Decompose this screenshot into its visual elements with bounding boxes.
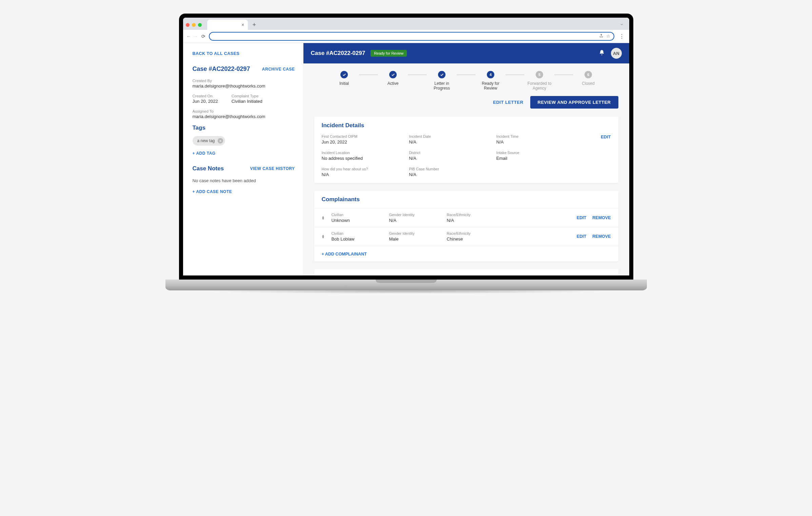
- edit-incident-button[interactable]: EDIT: [584, 134, 611, 139]
- close-tab-icon[interactable]: ×: [241, 22, 244, 27]
- assigned-to-label: Assigned To: [193, 109, 295, 113]
- bookmark-star-icon[interactable]: ☆: [606, 34, 610, 39]
- complainant-row: ▲▼ Civilian Bob Loblaw Gender Identity: [314, 227, 618, 246]
- notifications-icon[interactable]: [599, 50, 605, 57]
- browser-toolbar: ← → ⟳ ☆ ⋮: [183, 30, 629, 43]
- step-label: Letter in Progress: [427, 81, 457, 91]
- pib-value: N/A: [409, 172, 490, 177]
- incident-date-value: N/A: [409, 139, 490, 145]
- expand-handle-icon[interactable]: ▲▼: [322, 216, 325, 220]
- browser-window: × + ← → ⟳: [183, 18, 629, 275]
- tag-remove-icon[interactable]: ✕: [218, 138, 223, 144]
- created-on-label: Created On: [193, 94, 218, 98]
- maximize-window-icon[interactable]: [198, 23, 202, 27]
- complainant-name-value: Bob Loblaw: [331, 236, 379, 242]
- minimize-window-icon[interactable]: [192, 23, 196, 27]
- step-connector: [554, 75, 573, 75]
- step-connector: [408, 75, 427, 75]
- step-circle-current: 4: [487, 71, 494, 78]
- case-header: Case #AC2022-0297 Ready for Review AN: [303, 43, 629, 63]
- first-contacted-label: First Contacted OIPM: [322, 134, 402, 138]
- back-to-cases-link[interactable]: BACK TO ALL CASES: [193, 51, 295, 56]
- gender-label: Gender Identity: [389, 213, 436, 217]
- step-connector: [359, 75, 378, 75]
- add-complainant-button[interactable]: + ADD COMPLAINANT: [322, 252, 367, 256]
- reload-icon[interactable]: ⟳: [201, 34, 205, 39]
- tab-bar: × +: [183, 18, 629, 30]
- status-badge: Ready for Review: [371, 50, 407, 57]
- sidebar-case-title: Case #AC2022-0297: [193, 65, 250, 73]
- remove-complainant-button[interactable]: REMOVE: [592, 234, 611, 239]
- incident-details-card: Incident Details First Contacted OIPM Ju…: [314, 117, 618, 183]
- share-icon[interactable]: [599, 34, 603, 39]
- district-value: N/A: [409, 156, 490, 161]
- browser-menu-icon[interactable]: ⋮: [618, 33, 626, 40]
- complainant-name-value: Unknown: [331, 218, 379, 223]
- laptop-base: [165, 280, 647, 290]
- step-circle-pending: 6: [585, 71, 592, 78]
- complainants-card: Complainants ▲▼ Civilian Unknown: [314, 191, 618, 262]
- tag-label: a new tag: [197, 138, 215, 143]
- witnesses-header: Witnesses: [314, 269, 618, 275]
- step-forwarded: 5 Forwarded to Agency: [524, 71, 554, 91]
- main-panel: Case #AC2022-0297 Ready for Review AN: [303, 43, 629, 275]
- witnesses-card: Witnesses: [314, 269, 618, 275]
- forward-icon[interactable]: →: [193, 34, 198, 39]
- archive-case-button[interactable]: ARCHIVE CASE: [262, 67, 295, 72]
- complaint-type-value: Civilian Initiated: [232, 99, 262, 104]
- edit-complainant-button[interactable]: EDIT: [577, 234, 586, 239]
- first-contacted-value: Jun 20, 2022: [322, 139, 402, 145]
- tag-chip: a new tag ✕: [193, 136, 225, 146]
- window-controls: [186, 23, 202, 27]
- add-case-note-button[interactable]: + ADD CASE NOTE: [193, 189, 295, 194]
- tags-header: Tags: [193, 125, 295, 131]
- laptop-base-notch: [376, 280, 437, 283]
- created-by-label: Created By: [193, 79, 295, 83]
- step-label: Active: [378, 81, 408, 86]
- remove-complainant-button[interactable]: REMOVE: [592, 215, 611, 220]
- add-tag-button[interactable]: + ADD TAG: [193, 151, 295, 156]
- assigned-to-value: maria.delsignore@thoughtworks.com: [193, 114, 295, 119]
- intake-source-value: Email: [496, 156, 577, 161]
- action-row: EDIT LETTER REVIEW AND APPROVE LETTER: [314, 96, 618, 109]
- avatar[interactable]: AN: [611, 48, 622, 59]
- review-approve-button[interactable]: REVIEW AND APPROVE LETTER: [530, 96, 618, 109]
- created-on-value: Jun 20, 2022: [193, 99, 218, 104]
- tab-overflow-chevron-icon[interactable]: [620, 22, 627, 28]
- no-notes-text: No case notes have been added: [193, 178, 295, 183]
- step-label: Forwarded to Agency: [524, 81, 554, 91]
- incident-time-label: Incident Time: [496, 134, 577, 138]
- step-circle-pending: 5: [536, 71, 543, 78]
- intake-source-label: Intake Source: [496, 151, 577, 155]
- race-label: Race/Ethnicity: [447, 231, 494, 235]
- nav-arrows: ← →: [186, 34, 198, 39]
- back-icon[interactable]: ←: [186, 34, 191, 39]
- edit-complainant-button[interactable]: EDIT: [577, 215, 586, 220]
- laptop-frame: × + ← → ⟳: [179, 14, 633, 290]
- step-circle-done: [389, 71, 397, 78]
- complainant-row: ▲▼ Civilian Unknown Gender Identity: [314, 208, 618, 227]
- new-tab-button[interactable]: +: [251, 21, 258, 28]
- expand-handle-icon[interactable]: ▲▼: [322, 234, 325, 239]
- step-circle-done: [340, 71, 348, 78]
- incident-time-value: N/A: [496, 139, 577, 145]
- hear-about-value: N/A: [322, 172, 402, 177]
- url-input[interactable]: [213, 34, 596, 39]
- complainants-header: Complainants: [314, 191, 618, 208]
- incident-location-value: No address specified: [322, 156, 402, 161]
- view-case-history-button[interactable]: VIEW CASE HISTORY: [250, 166, 295, 171]
- edit-letter-button[interactable]: EDIT LETTER: [493, 100, 523, 105]
- complainant-type-label: Civilian: [331, 231, 379, 235]
- browser-chrome: × + ← → ⟳: [183, 18, 629, 43]
- browser-tab[interactable]: ×: [207, 20, 248, 30]
- step-label: Ready for Review: [476, 81, 506, 91]
- step-closed: 6 Closed: [573, 71, 603, 86]
- step-active: Active: [378, 71, 408, 86]
- hear-about-label: How did you hear about us?: [322, 167, 402, 171]
- case-header-title: Case #AC2022-0297: [311, 50, 365, 57]
- sidebar: BACK TO ALL CASES Case #AC2022-0297 ARCH…: [183, 43, 303, 275]
- step-label: Closed: [573, 81, 603, 86]
- address-bar[interactable]: ☆: [209, 32, 614, 41]
- close-window-icon[interactable]: [186, 23, 190, 27]
- district-label: District: [409, 151, 490, 155]
